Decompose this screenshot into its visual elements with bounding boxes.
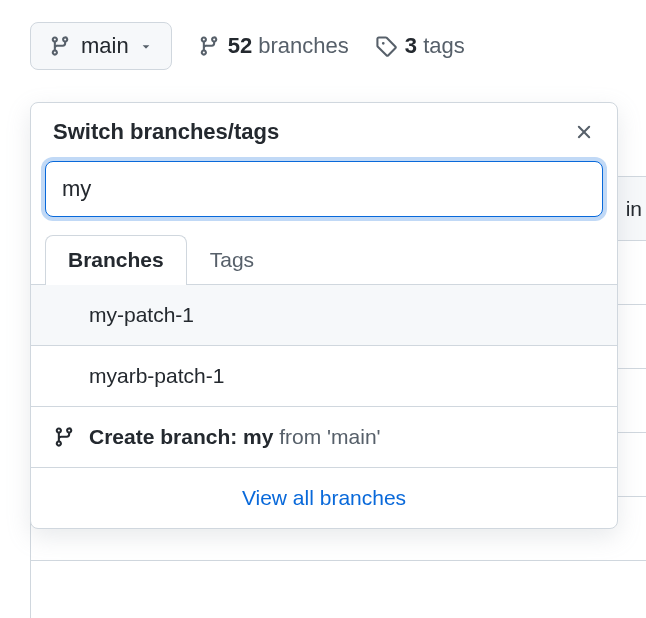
- git-branch-icon: [49, 35, 71, 57]
- tags-label: tags: [423, 33, 465, 58]
- git-branch-icon: [53, 426, 75, 448]
- branch-name: my-patch-1: [89, 303, 194, 327]
- tag-icon: [375, 35, 397, 57]
- tags-link[interactable]: 3 tags: [375, 33, 465, 59]
- close-icon: [573, 121, 595, 143]
- branch-search-input[interactable]: [45, 161, 603, 217]
- tab-branches[interactable]: Branches: [45, 235, 187, 285]
- tab-tags[interactable]: Tags: [187, 235, 277, 284]
- ref-type-tabs: Branches Tags: [31, 235, 617, 285]
- branch-switcher-popover: Switch branches/tags Branches Tags my-pa…: [30, 102, 618, 529]
- branch-result-item[interactable]: myarb-patch-1: [31, 346, 617, 407]
- bg-peek-text: in: [626, 197, 642, 221]
- view-all-branches-link[interactable]: View all branches: [242, 486, 406, 509]
- caret-down-icon: [139, 39, 153, 53]
- branch-result-list: my-patch-1 myarb-patch-1 Create branch: …: [31, 285, 617, 468]
- branches-count: 52: [228, 33, 252, 58]
- branch-result-item[interactable]: my-patch-1: [31, 285, 617, 346]
- repo-toolbar: main 52 branches 3 tags: [0, 0, 646, 70]
- current-branch-label: main: [81, 33, 129, 59]
- tags-count: 3: [405, 33, 417, 58]
- create-branch-item[interactable]: Create branch: my from 'main': [31, 407, 617, 468]
- branches-link[interactable]: 52 branches: [198, 33, 349, 59]
- branches-label: branches: [258, 33, 349, 58]
- branch-switcher-button[interactable]: main: [30, 22, 172, 70]
- close-button[interactable]: [573, 121, 595, 143]
- create-branch-text: Create branch: my from 'main': [89, 425, 381, 449]
- git-branch-icon: [198, 35, 220, 57]
- branch-name: myarb-patch-1: [89, 364, 224, 388]
- popover-title: Switch branches/tags: [53, 119, 279, 145]
